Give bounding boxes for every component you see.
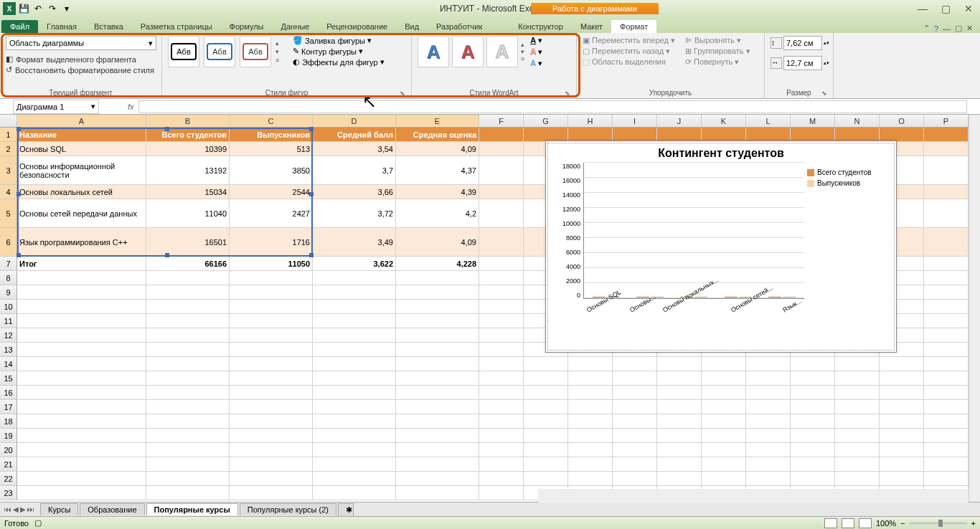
cell[interactable] [924,400,969,414]
first-sheet-icon[interactable]: ⏮ [4,505,11,513]
cell[interactable] [479,443,524,457]
cell[interactable] [924,386,969,400]
cell[interactable] [479,199,524,228]
cell[interactable]: Название [17,128,146,142]
cell[interactable] [146,285,230,300]
row-header[interactable]: 2 [0,142,17,156]
sheet-tab[interactable]: Образование [80,503,144,515]
cell[interactable] [396,357,479,371]
cell[interactable] [146,486,230,500]
cell[interactable] [702,457,746,472]
close-icon[interactable]: ✕ [960,3,977,14]
cell[interactable] [313,300,396,314]
cell[interactable] [524,457,568,472]
cell[interactable]: 15034 [146,185,230,199]
cell[interactable] [880,371,924,386]
cell[interactable] [924,257,969,271]
cell[interactable] [791,414,835,429]
new-sheet-button[interactable]: ✱ [338,503,354,516]
cell[interactable] [924,271,969,285]
cell[interactable] [479,185,524,199]
cell[interactable] [924,228,969,257]
cell[interactable] [835,357,880,371]
cell[interactable] [479,228,524,257]
col-header[interactable]: E [396,115,479,127]
cell[interactable] [568,400,613,414]
cell[interactable] [568,414,613,429]
cell[interactable] [524,429,568,443]
row-header[interactable]: 17 [0,400,17,414]
page-layout-view-button[interactable] [842,518,854,528]
cell[interactable] [17,343,146,357]
sheet-tab-active[interactable]: Популярные курсы [146,503,238,515]
cell[interactable] [702,371,746,386]
redo-icon[interactable]: ↷ [46,2,59,15]
tab-data[interactable]: Данные [272,20,318,33]
row-header[interactable]: 1 [0,128,17,142]
text-outline-button[interactable]: A ▾ [530,47,542,57]
cell[interactable] [230,343,313,357]
cell[interactable] [479,314,524,328]
cell[interactable] [146,400,230,414]
cell[interactable] [17,472,146,486]
row-header[interactable]: 15 [0,371,17,386]
cell[interactable]: 4,228 [396,257,479,271]
cell[interactable] [791,357,835,371]
cell[interactable] [835,457,880,472]
row-header[interactable]: 21 [0,457,17,472]
cell[interactable] [880,472,924,486]
row-header[interactable]: 10 [0,300,17,314]
cell[interactable] [396,457,479,472]
cell[interactable] [924,285,969,300]
cell[interactable] [568,386,613,400]
cell[interactable] [479,472,524,486]
bring-forward-button[interactable]: ▣ Переместить вперед ▾ [583,36,675,45]
cell[interactable] [479,414,524,429]
col-header[interactable]: I [613,115,657,127]
row-header[interactable]: 16 [0,386,17,400]
maximize-icon[interactable]: ▢ [937,3,954,14]
col-header[interactable]: D [313,115,396,127]
cell[interactable] [17,357,146,371]
row-header[interactable]: 5 [0,199,17,228]
cell[interactable] [880,443,924,457]
cell[interactable] [924,314,969,328]
col-header[interactable]: H [568,115,613,127]
wordart-style-2[interactable]: А [452,36,484,67]
cell[interactable] [613,472,657,486]
cell[interactable] [313,414,396,429]
format-selection-button[interactable]: ◧Формат выделенного фрагмента [6,54,156,64]
col-header[interactable]: P [924,115,969,127]
col-header[interactable]: M [791,115,835,127]
tab-file[interactable]: Файл [1,20,38,33]
cell[interactable] [313,314,396,328]
zoom-slider[interactable] [910,522,967,525]
send-backward-button[interactable]: ▢ Переместить назад ▾ [583,47,675,56]
cell[interactable] [479,128,524,142]
cell[interactable] [835,443,880,457]
cell[interactable] [835,414,880,429]
cell[interactable]: Основы SQL [17,142,146,156]
cell[interactable]: 3,66 [313,185,396,199]
cell[interactable] [17,457,146,472]
cell[interactable] [746,472,791,486]
cell[interactable] [880,400,924,414]
cell[interactable] [657,400,702,414]
cell[interactable] [880,429,924,443]
cell[interactable] [657,457,702,472]
cell[interactable] [835,386,880,400]
selection-pane-button[interactable]: ⬚ Область выделения [583,57,675,67]
cell[interactable] [479,271,524,285]
row-header[interactable]: 19 [0,429,17,443]
cell[interactable] [313,472,396,486]
cell[interactable] [396,486,479,500]
dialog-launcher-icon[interactable]: ⬊ [565,90,570,97]
save-icon[interactable]: 💾 [17,2,30,15]
chart-element-selector[interactable]: Область диаграммы ▾ [6,36,156,50]
cell[interactable] [230,300,313,314]
cell[interactable] [313,400,396,414]
cell[interactable] [746,457,791,472]
cell[interactable]: 3,7 [313,156,396,185]
cell[interactable] [657,429,702,443]
cell[interactable] [524,414,568,429]
